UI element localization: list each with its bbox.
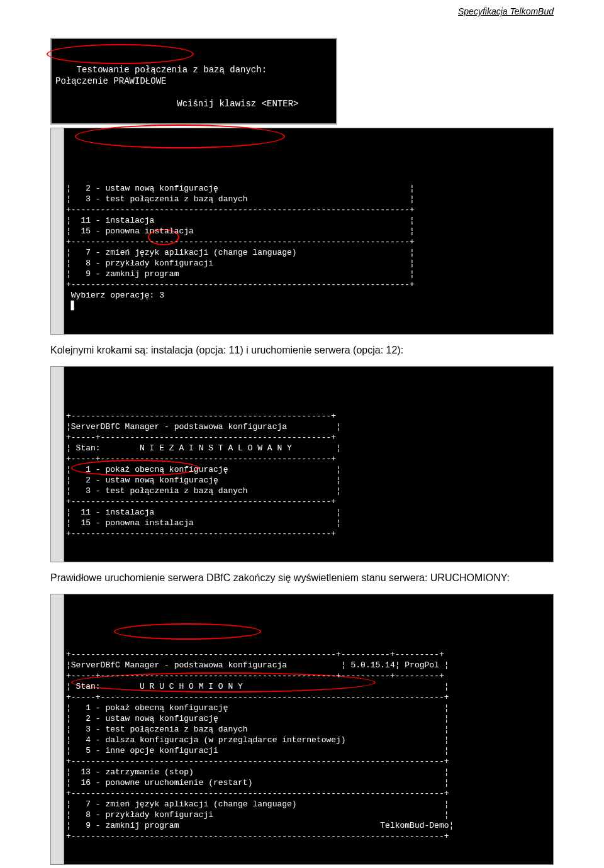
term-lines: ¦ 2 - ustaw nową konfigurację ¦ ¦ 3 - te… <box>66 183 553 311</box>
doc-header: Specyfikacja TelkomBud <box>458 6 554 16</box>
terminal-status-not-installed: +---------------------------------------… <box>50 366 554 562</box>
body-paragraph: Prawidłowe uruchomienie serwera DBfC zak… <box>50 571 554 585</box>
highlight-circle <box>75 125 285 148</box>
term-line: Testowanie połączenia z bazą danych: <box>77 65 267 75</box>
term-lines: +---------------------------------------… <box>66 411 553 539</box>
body-paragraph: Kolejnymi krokami są: instalacja (opcja:… <box>50 343 554 357</box>
terminal-status-running: +---------------------------------------… <box>50 594 554 865</box>
terminal-connection-test: Testowanie połączenia z bazą danych: Poł… <box>50 38 337 125</box>
scrollbar-gutter <box>51 594 64 864</box>
highlight-circle <box>47 44 194 64</box>
term-line: Połączenie PRAWIDŁOWE <box>55 76 166 86</box>
term-line: Wciśnij klawisz <ENTER> <box>55 99 298 109</box>
highlight-circle <box>114 623 261 640</box>
scrollbar-gutter <box>51 367 64 562</box>
scrollbar-gutter <box>51 128 64 334</box>
terminal-menu-select: ¦ 2 - ustaw nową konfigurację ¦ ¦ 3 - te… <box>50 128 554 335</box>
term-lines: +---------------------------------------… <box>66 649 553 842</box>
